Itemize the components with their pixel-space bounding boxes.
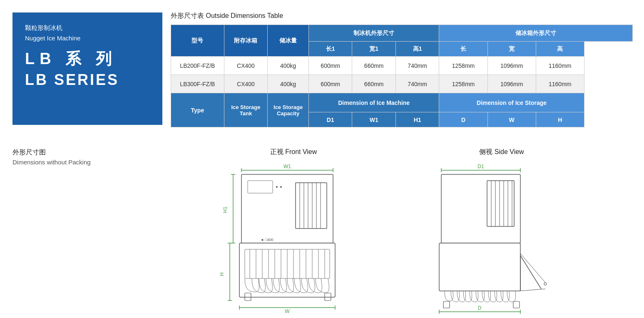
dim-label-en: Dimensions without Packing [12, 159, 91, 166]
dimensions-table: 型号 附存冰箱 储冰量 制冰机外形尺寸 储冰箱外形尺寸 长1 宽1 高1 长 宽… [171, 25, 633, 127]
subtitle-en: Nugget Ice Machine [25, 35, 150, 42]
col-h-en: H [536, 112, 584, 127]
svg-text:H: H [219, 273, 225, 276]
series-cn: LB 系 列 [25, 48, 150, 70]
side-view-label: 侧视 Side View [404, 148, 599, 157]
w1-2: 660mm [352, 75, 396, 93]
front-view-label: 正视 Front View [200, 148, 387, 157]
h1-1: 740mm [395, 57, 439, 75]
col-h-cn: 高 [536, 42, 584, 57]
svg-text:W1: W1 [283, 164, 291, 169]
col-storage-tank-cn: 附存冰箱 [224, 25, 268, 57]
svg-text:H1: H1 [222, 206, 228, 213]
model-1: LB200F-FZ/B [171, 57, 224, 75]
l1-1: 600mm [308, 57, 352, 75]
w1-1: 660mm [352, 57, 396, 75]
tank-1: CX400 [224, 57, 268, 75]
svg-line-64 [520, 289, 545, 291]
col-ice-storage-cn: 储冰箱外形尺寸 [439, 25, 633, 42]
svg-point-7 [280, 186, 282, 188]
front-view-svg: W1 H1 ◄ □400 [200, 160, 387, 314]
svg-point-6 [276, 186, 278, 188]
h-1: 1160mm [536, 57, 584, 75]
col-ice-machine-cn: 制冰机外形尺寸 [308, 25, 439, 42]
table-row: LB300F-FZ/B CX400 400kg 600mm 660mm 740m… [171, 75, 633, 93]
col-type-cn: 型号 [171, 25, 224, 57]
svg-rect-4 [241, 174, 333, 243]
col-d-en: D [439, 112, 487, 127]
svg-text:◄ □400: ◄ □400 [260, 238, 274, 242]
svg-line-60 [520, 256, 541, 289]
col-h1-cn: 高1 [395, 42, 439, 57]
series-en: LB SERIES [25, 71, 150, 89]
l-1: 1258mm [439, 57, 487, 75]
capacity-1: 400kg [268, 57, 309, 75]
col-storage-cap-cn: 储冰量 [268, 25, 309, 57]
col-storage-tank-en: Ice Storage Tank [224, 93, 268, 127]
svg-rect-57 [439, 243, 520, 291]
front-view-section: 正视 Front View W1 H1 ◄ □400 [200, 148, 387, 316]
subtitle-cn: 颗粒形制冰机 [25, 24, 150, 32]
capacity-2: 400kg [268, 75, 309, 93]
dim-label-area: 外形尺寸图 Dimensions without Packing [12, 148, 91, 166]
col-w-cn: 宽 [487, 42, 536, 57]
svg-rect-49 [441, 174, 520, 243]
col-w-en: W [487, 112, 536, 127]
col-w1-en: W1 [352, 112, 396, 127]
l1-2: 600mm [308, 75, 352, 93]
col-w1-cn: 宽1 [352, 42, 396, 57]
h1-2: 740mm [395, 75, 439, 93]
side-view-svg: D1 [404, 160, 599, 314]
side-view-section: 侧视 Side View D1 [404, 148, 599, 316]
h-2: 1160mm [536, 75, 584, 93]
tank-2: CX400 [224, 75, 268, 93]
col-l1-cn: 长1 [308, 42, 352, 57]
header-box: 颗粒形制冰机 Nugget Ice Machine LB 系 列 LB SERI… [12, 12, 162, 125]
w-2: 1096mm [487, 75, 536, 93]
col-l-cn: 长 [439, 42, 487, 57]
col-storage-cap-en: Ice Storage Capacity [268, 93, 309, 127]
dim-label-cn: 外形尺寸图 [12, 148, 91, 157]
col-type-en: Type [171, 93, 224, 127]
l-2: 1258mm [439, 75, 487, 93]
col-ice-storage-en: Dimension of Ice Storage [439, 93, 584, 112]
w-1: 1096mm [487, 57, 536, 75]
model-2: LB300F-FZ/B [171, 75, 224, 93]
svg-text:D: D [478, 305, 482, 311]
svg-line-62 [520, 253, 545, 283]
table-title: 外形尺寸表 Outside Dimensions Table [171, 12, 633, 20]
col-ice-machine-en: Dimension of Ice Machine [308, 93, 439, 112]
svg-rect-58 [443, 301, 450, 308]
table-row: LB200F-FZ/B CX400 400kg 600mm 660mm 740m… [171, 57, 633, 75]
svg-text:W: W [285, 308, 290, 314]
svg-rect-59 [513, 301, 520, 308]
col-h1-en: H1 [395, 112, 439, 127]
table-section: 外形尺寸表 Outside Dimensions Table 型号 附存冰箱 储… [171, 12, 633, 127]
svg-point-63 [544, 283, 547, 285]
svg-text:D1: D1 [477, 164, 484, 169]
col-d1-en: D1 [308, 112, 352, 127]
